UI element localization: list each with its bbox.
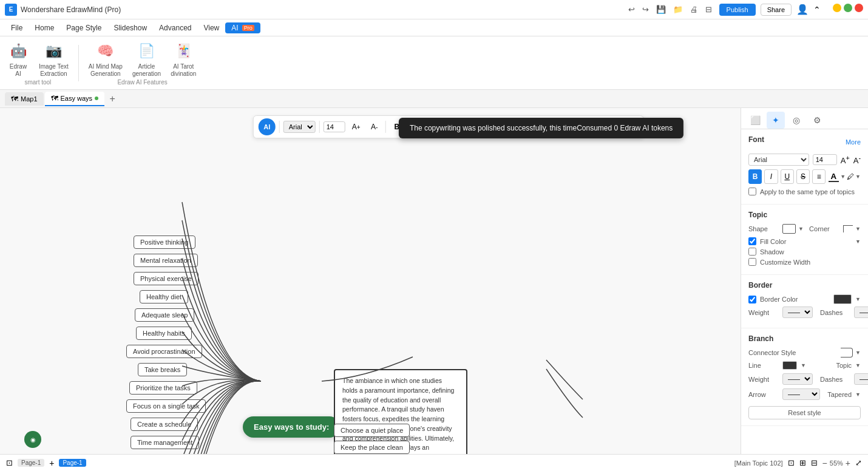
node-healthy-diet[interactable]: Healthy diet	[140, 290, 188, 303]
panel-align-button[interactable]: ≡	[812, 169, 826, 184]
panel-font-decrease[interactable]: A-	[853, 154, 861, 165]
redo-button[interactable]: ↪	[640, 4, 651, 15]
canvas-ai-button[interactable]: AI	[259, 118, 276, 135]
node-create-schedule[interactable]: Create a schedule	[131, 418, 198, 431]
node-adequate-sleep[interactable]: Adequate sleep	[135, 308, 194, 322]
dropdown-arrow-fill[interactable]: ▼	[855, 174, 861, 180]
panel-tab-settings[interactable]: ⚙	[808, 112, 826, 129]
menu-slideshow[interactable]: Slideshow	[107, 21, 153, 35]
border-color-swatch[interactable]	[833, 294, 852, 304]
fill-color-label[interactable]: Fill Color	[760, 238, 786, 245]
node-avoid-procrastination[interactable]: Avoid procrastination	[126, 345, 202, 358]
ribbon-article-gen[interactable]: 📄 Articlegeneration	[132, 40, 161, 78]
branch-line-color-dropdown[interactable]: ▼	[801, 362, 806, 368]
font-increase-button[interactable]: A+	[349, 120, 364, 134]
customize-width-checkbox[interactable]	[748, 258, 756, 266]
panel-strikethrough-button[interactable]: S	[796, 169, 810, 184]
panel-font-color-button[interactable]: A	[829, 172, 839, 182]
print-button[interactable]: 🖨	[688, 4, 700, 15]
fit-view-button[interactable]: ⊡	[788, 458, 795, 467]
panel-fill-color-button[interactable]: 🖊	[847, 172, 854, 181]
shadow-label[interactable]: Shadow	[760, 248, 784, 256]
undo-button[interactable]: ↩	[626, 4, 637, 15]
fill-color-checkbox[interactable]	[748, 237, 756, 245]
branch-weight-select[interactable]: ——	[782, 373, 813, 385]
ribbon-image-text[interactable]: 📷 Image TextExtraction	[39, 40, 69, 78]
child-node-quiet[interactable]: Choose a quiet place	[334, 424, 410, 437]
connector-style-dropdown[interactable]: ▼	[855, 350, 861, 356]
node-time-management[interactable]: Time management	[131, 436, 199, 449]
panel-italic-button[interactable]: I	[764, 169, 778, 184]
user-icon[interactable]: 👤	[796, 4, 809, 16]
ribbon-edraw-ai[interactable]: 🤖 EdrawAI	[7, 40, 29, 78]
panel-tab-style[interactable]: ⬜	[746, 112, 764, 129]
list-view-button[interactable]: ⊟	[811, 458, 818, 467]
central-node[interactable]: Easy ways to study:	[243, 416, 340, 438]
panel-font-size-input[interactable]	[813, 154, 837, 165]
panel-font-increase[interactable]: A+	[841, 154, 850, 165]
panel-underline-button[interactable]: U	[781, 169, 794, 184]
branch-line-color-swatch[interactable]	[782, 361, 797, 370]
menu-ai[interactable]: AI Pro	[225, 22, 260, 33]
node-healthy-habits[interactable]: Healthy habits	[136, 327, 192, 340]
fullscreen-button[interactable]: ⤢	[855, 458, 862, 467]
fill-color-dropdown[interactable]: ▼	[855, 239, 861, 245]
panel-bold-button[interactable]: B	[748, 169, 762, 184]
active-page-indicator[interactable]: Page-1	[59, 459, 86, 467]
topic-dropdown[interactable]: ▼	[855, 362, 861, 368]
canvas[interactable]: The copywriting was polished successfull…	[0, 108, 741, 454]
panel-tab-ai[interactable]: ✦	[767, 112, 785, 129]
corner-dropdown-arrow[interactable]: ▼	[855, 226, 861, 232]
border-color-checkbox[interactable]	[748, 296, 756, 303]
child-node-clean[interactable]: Keep the place clean	[334, 441, 410, 454]
shape-dropdown-arrow[interactable]: ▼	[798, 226, 804, 232]
branch-arrow-select[interactable]: ——	[782, 388, 820, 400]
ribbon-ai-mind-map[interactable]: 🧠 AI Mind MapGeneration	[89, 40, 123, 78]
panel-font-family-select[interactable]: Arial	[748, 154, 809, 166]
menu-view[interactable]: View	[197, 21, 225, 35]
node-focus-single-task[interactable]: Focus on a single task	[126, 399, 206, 413]
node-mental-relaxation[interactable]: Mental relaxation	[134, 254, 198, 267]
maximize-button[interactable]	[844, 4, 852, 12]
zoom-out-button[interactable]: −	[822, 458, 827, 468]
minimize-button[interactable]	[833, 4, 841, 12]
border-weight-select[interactable]: —— —	[782, 307, 813, 318]
green-circle-icon[interactable]: ◉	[24, 431, 41, 448]
publish-button[interactable]: Publish	[719, 4, 756, 16]
save-button[interactable]: 💾	[654, 4, 668, 15]
font-family-select[interactable]: Arial	[283, 121, 316, 133]
open-button[interactable]: 📁	[671, 4, 685, 15]
menu-home[interactable]: Home	[29, 21, 60, 35]
apply-same-checkbox[interactable]	[748, 188, 756, 195]
zoom-in-button[interactable]: +	[846, 458, 850, 468]
panel-tab-target[interactable]: ◎	[787, 112, 805, 129]
font-more-link[interactable]: More	[846, 138, 861, 146]
close-button[interactable]	[855, 4, 863, 12]
arrow-type-dropdown[interactable]: ▼	[855, 391, 861, 398]
collapse-button[interactable]: ⌃	[813, 4, 821, 16]
font-size-input[interactable]	[324, 121, 345, 132]
node-physical-exercise[interactable]: Physical exercise	[134, 272, 198, 285]
border-color-label[interactable]: Border Color	[760, 296, 798, 303]
node-positive-thinking[interactable]: Positive thinking	[134, 235, 195, 249]
share-button[interactable]: Share	[761, 4, 792, 16]
new-tab-button[interactable]: +	[106, 92, 119, 106]
node-prioritize-tasks[interactable]: Prioritize the tasks	[129, 381, 197, 395]
node-take-breaks[interactable]: Take breaks	[138, 363, 187, 376]
dropdown-arrow-font-color[interactable]: ▼	[840, 174, 846, 180]
tab-easy-ways[interactable]: 🗺 Easy ways	[45, 92, 105, 106]
menu-advanced[interactable]: Advanced	[153, 21, 197, 35]
reset-style-button[interactable]: Reset style	[748, 406, 861, 419]
branch-dashes-select[interactable]: ——	[854, 373, 868, 385]
add-page-button[interactable]: +	[49, 458, 54, 468]
menu-page-style[interactable]: Page Style	[60, 21, 107, 35]
customize-width-label[interactable]: Customize Width	[760, 259, 810, 266]
ribbon-ai-tarot[interactable]: 🃏 AI Tarotdivination	[171, 40, 196, 78]
border-color-dropdown-arrow[interactable]: ▼	[855, 296, 861, 302]
border-dashes-select[interactable]: —— - -	[854, 307, 868, 318]
menu-file[interactable]: File	[5, 21, 29, 35]
more-actions[interactable]: ⊟	[703, 4, 714, 15]
grid-view-button[interactable]: ⊞	[799, 458, 806, 467]
toggle-panel-button[interactable]: ⊡	[6, 458, 13, 467]
font-decrease-button[interactable]: A-	[367, 120, 382, 134]
